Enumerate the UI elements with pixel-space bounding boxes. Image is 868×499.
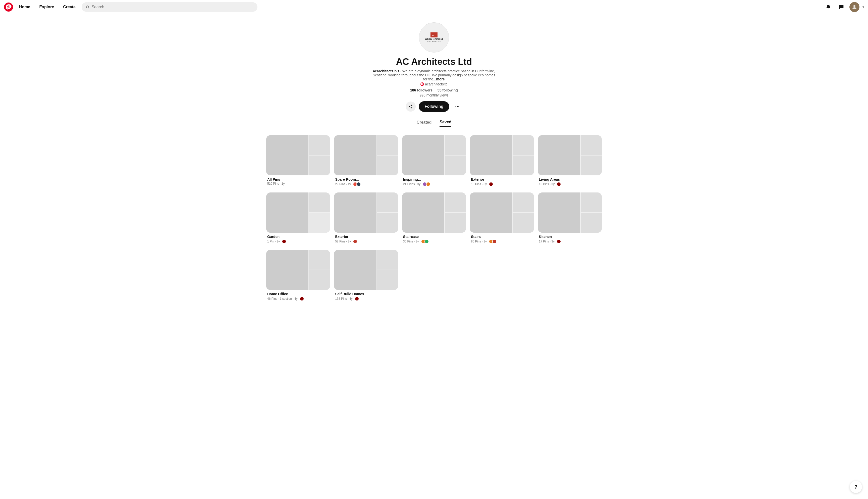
board-meta: 1 Pin · 3y	[267, 239, 329, 244]
board-title: Self Build Homes	[335, 292, 397, 296]
profile-name: AC Architects Ltd	[396, 57, 472, 67]
board-sub-image-1	[377, 135, 398, 155]
tab-created[interactable]: Created	[417, 118, 432, 127]
board-home-office[interactable]: Home Office 46 Pins · 1 section · 4y	[266, 250, 330, 303]
logo-sub-text: ARCHITECTS	[427, 41, 441, 42]
pinterest-username: acarchitectsltd	[425, 82, 447, 86]
board-main-image	[470, 135, 512, 175]
nav-links: Home Explore Create	[15, 3, 79, 11]
search-bar[interactable]	[82, 2, 258, 12]
board-title: Stairs	[471, 235, 533, 239]
board-main-image	[334, 135, 376, 175]
board-sub-image-2	[309, 213, 330, 233]
board-main-image	[470, 193, 512, 233]
svg-point-5	[420, 82, 424, 86]
board-meta: 46 Pins · 1 section · 4y	[267, 296, 329, 301]
messages-button[interactable]	[836, 2, 846, 12]
profile-bio-link[interactable]: acarchitects.biz	[373, 69, 399, 73]
board-stairs[interactable]: Stairs 85 Pins · 3y	[470, 193, 534, 246]
board-sub-image-2	[512, 156, 534, 175]
user-avatar[interactable]	[850, 2, 859, 12]
board-meta: 10 Pins · 3y	[471, 182, 533, 186]
board-main-image	[334, 250, 376, 290]
notification-button[interactable]	[823, 2, 833, 12]
board-sub-image-2	[581, 156, 602, 175]
svg-point-8	[458, 106, 459, 107]
board-spare-room[interactable]: Spare Room... 29 Pins · 1y	[334, 135, 398, 188]
pinterest-logo[interactable]	[4, 2, 13, 12]
board-sub-image-2	[377, 213, 398, 233]
board-title: Spare Room...	[335, 178, 397, 181]
board-title: Kitchen	[539, 235, 601, 239]
board-main-image	[266, 193, 308, 233]
board-kitchen[interactable]: Kitchen 17 Pins · 3y	[538, 193, 602, 246]
share-button[interactable]	[406, 101, 416, 112]
profile-bio: acarchitects.biz · We are a dynamic arch…	[371, 69, 497, 81]
board-meta: 17 Pins · 3y	[539, 239, 601, 244]
boards-wrapper: All Pins 510 Pins · 1y Spare Room... 29 …	[258, 135, 610, 311]
ellipsis-icon	[455, 104, 460, 109]
nav-right-actions: ▾	[823, 2, 864, 12]
board-exterior-2[interactable]: Exterior 58 Pins · 3y	[334, 193, 398, 246]
share-icon	[408, 104, 413, 109]
board-sub-image-1	[581, 135, 602, 155]
nav-home[interactable]: Home	[15, 3, 34, 11]
board-meta: 13 Pins · 3y	[539, 182, 601, 186]
board-garden[interactable]: Garden 1 Pin · 3y	[266, 193, 330, 246]
following-button[interactable]: Following	[419, 101, 449, 112]
board-all-pins[interactable]: All Pins 510 Pins · 1y	[266, 135, 330, 188]
board-inspiring[interactable]: Inspiring... 241 Pins · 3y	[402, 135, 466, 188]
search-input[interactable]	[91, 5, 253, 9]
account-chevron[interactable]: ▾	[863, 5, 864, 9]
profile-section: AC Allan Corfield ARCHITECTS AC Architec…	[321, 14, 547, 116]
board-title: Exterior	[335, 235, 397, 239]
search-icon	[86, 5, 89, 9]
board-sub-image-1	[512, 193, 534, 212]
chat-icon	[839, 4, 844, 10]
board-main-image	[402, 193, 444, 233]
board-sub-image-1	[309, 250, 330, 270]
board-exterior-1[interactable]: Exterior 10 Pins · 3y	[470, 135, 534, 188]
board-meta: 29 Pins · 1y	[335, 182, 397, 186]
board-sub-image-2	[377, 270, 398, 290]
profile-actions: Following	[406, 101, 463, 112]
svg-point-6	[456, 106, 456, 107]
board-living-areas[interactable]: Living Areas 13 Pins · 3y	[538, 135, 602, 188]
board-sub-image-1	[512, 135, 534, 155]
board-sub-image-2	[309, 156, 330, 175]
boards-grid: All Pins 510 Pins · 1y Spare Room... 29 …	[262, 135, 606, 311]
logo-main-text: Allan Corfield	[425, 37, 443, 41]
svg-text:AC: AC	[432, 34, 435, 36]
profile-stats: 186 followers · 55 following	[410, 88, 458, 92]
board-title: Garden	[267, 235, 329, 239]
bio-more-link[interactable]: more	[436, 77, 445, 81]
avatar-logo: AC Allan Corfield ARCHITECTS	[424, 30, 444, 45]
nav-create[interactable]: Create	[59, 3, 79, 11]
tab-saved[interactable]: Saved	[439, 118, 451, 127]
nav-explore[interactable]: Explore	[35, 3, 58, 11]
tabs-divider	[0, 133, 868, 133]
board-meta: 241 Pins · 3y	[403, 182, 465, 186]
board-sub-image-1	[581, 193, 602, 212]
board-sub-image-2	[309, 270, 330, 290]
board-sub-image-1	[377, 250, 398, 270]
board-staircase[interactable]: Staircase 30 Pins · 3y	[402, 193, 466, 246]
board-title: Staircase	[403, 235, 465, 239]
board-sub-image-1	[309, 135, 330, 155]
board-sub-image-1	[377, 193, 398, 212]
board-main-image	[538, 135, 580, 175]
board-title: Inspiring...	[403, 178, 465, 181]
following-link[interactable]: 55 following	[437, 88, 458, 92]
bell-icon	[826, 4, 831, 10]
svg-point-2	[853, 5, 855, 7]
avatar-icon	[852, 4, 857, 10]
board-title: Exterior	[471, 178, 533, 181]
board-main-image	[334, 193, 376, 233]
board-self-build-homes[interactable]: Self Build Homes 138 Pins · 4y	[334, 250, 398, 303]
board-title: Home Office	[267, 292, 329, 296]
board-meta: 510 Pins · 1y	[267, 182, 329, 185]
svg-point-7	[457, 106, 458, 107]
followers-link[interactable]: 186 followers	[410, 88, 433, 92]
more-options-button[interactable]	[452, 101, 462, 112]
board-main-image	[402, 135, 444, 175]
